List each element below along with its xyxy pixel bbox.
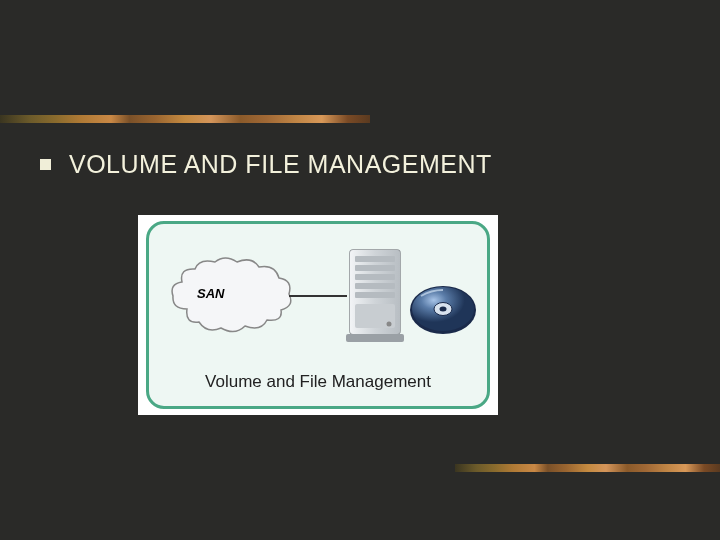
connector-line	[289, 295, 347, 297]
svg-rect-3	[355, 265, 395, 271]
heading-row: VOLUME AND FILE MANAGEMENT	[40, 150, 492, 179]
decorative-divider-bottom	[455, 464, 720, 472]
diagram-caption: Volume and File Management	[149, 372, 487, 392]
server-icon	[344, 246, 406, 344]
svg-rect-4	[355, 274, 395, 280]
svg-rect-9	[346, 334, 404, 342]
diagram-frame: SAN	[146, 221, 490, 409]
diagram-container: SAN	[138, 215, 498, 415]
cloud-icon	[167, 254, 297, 339]
disc-icon	[407, 282, 479, 338]
svg-point-8	[387, 322, 392, 327]
svg-rect-5	[355, 283, 395, 289]
svg-rect-6	[355, 292, 395, 298]
decorative-divider-top	[0, 115, 370, 123]
svg-point-13	[440, 307, 447, 312]
san-label: SAN	[197, 286, 224, 301]
slide-heading: VOLUME AND FILE MANAGEMENT	[69, 150, 492, 179]
bullet-icon	[40, 159, 51, 170]
svg-rect-2	[355, 256, 395, 262]
